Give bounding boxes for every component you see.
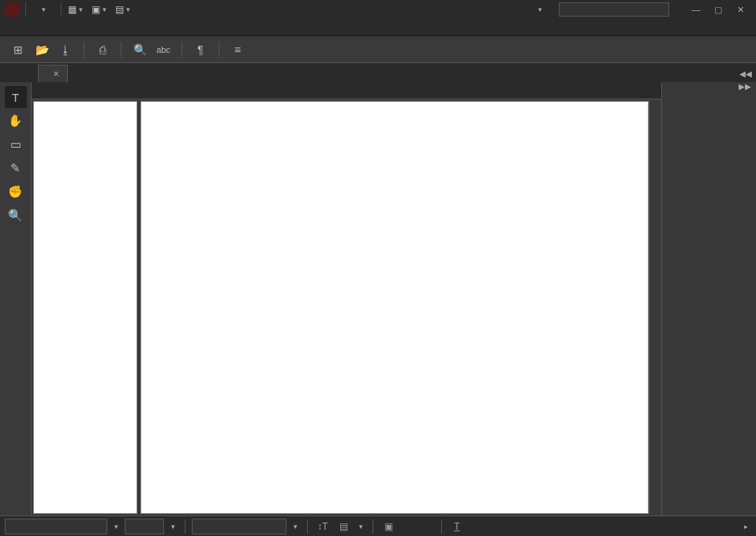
document-area [32, 99, 661, 515]
chevron-down-icon[interactable]: ▾ [290, 523, 301, 530]
toolbar: ⊞ 📂 ⭳ ⎙ 🔍 abc ¶ ≡ [0, 36, 756, 63]
eyedropper-tool-icon[interactable]: ✎ [5, 157, 27, 179]
zoom-level[interactable]: ▾ [32, 6, 54, 13]
chevron-down-icon: ▾ [538, 6, 546, 13]
font-family-field[interactable] [5, 519, 107, 534]
view-mode-1-icon[interactable]: ▦▾ [68, 2, 85, 17]
underline-icon[interactable]: T [448, 519, 466, 534]
app-logo [5, 2, 19, 17]
separator [219, 42, 219, 58]
main-area: T ✋ ▭ ✎ ✊ 🔍 ▶▶ [0, 82, 756, 515]
hand-tool-icon[interactable]: ✋ [5, 110, 27, 132]
separator [25, 2, 26, 17]
separator [182, 42, 182, 58]
separator [307, 519, 308, 534]
separator [372, 519, 373, 534]
view-tabs [32, 82, 661, 99]
separator [84, 42, 84, 58]
menu-icon[interactable]: ≡ [227, 39, 248, 60]
chevron-right-icon[interactable]: ▸ [740, 523, 751, 530]
chevron-down-icon[interactable]: ▾ [110, 523, 122, 530]
expand-panels-icon[interactable]: ◀◀ [739, 65, 756, 82]
close-tab-icon[interactable]: ✕ [53, 69, 59, 78]
maximize-button[interactable]: ▢ [707, 2, 729, 17]
right-panel: ▶▶ [661, 82, 756, 515]
chevron-down-icon[interactable]: ▾ [167, 523, 178, 530]
style-column [33, 101, 137, 514]
grab-tool-icon[interactable]: ✊ [5, 181, 27, 203]
tools-panel: T ✋ ▭ ✎ ✊ 🔍 [0, 82, 32, 515]
document-tabs: ✕ ◀◀ [0, 63, 756, 82]
leading-field[interactable] [192, 519, 286, 534]
center-panel [32, 82, 661, 515]
print-icon[interactable]: ⎙ [92, 39, 113, 60]
type-tool-icon[interactable]: T [5, 86, 27, 108]
search-input[interactable] [559, 2, 669, 17]
vertical-scale-icon[interactable]: ↕T [314, 519, 331, 534]
block-icon[interactable]: ▣ [380, 519, 397, 534]
content-column [140, 101, 649, 514]
pilcrow-icon[interactable]: ¶ [190, 39, 211, 60]
close-button[interactable]: ✕ [729, 2, 751, 17]
chevron-down-icon[interactable]: ▾ [355, 523, 366, 530]
align-icon[interactable]: ▤ [335, 519, 352, 534]
view-mode-3-icon[interactable]: ▤▾ [115, 2, 133, 17]
minimize-button[interactable]: — [685, 2, 707, 17]
document-tab[interactable]: ✕ [38, 65, 68, 82]
spellcheck-icon[interactable]: abc [153, 39, 174, 60]
view-mode-2-icon[interactable]: ▣▾ [92, 2, 109, 17]
separator [441, 519, 442, 534]
separator [185, 519, 185, 534]
vertical-scrollbar[interactable] [649, 101, 660, 514]
expand-right-panel-icon[interactable]: ▶▶ [662, 82, 756, 95]
search-icon[interactable]: 🔍 [129, 39, 150, 60]
titlebar: ▾ ▦▾ ▣▾ ▤▾ ▾ — ▢ ✕ [0, 0, 756, 19]
separator [61, 2, 62, 17]
open-icon[interactable]: 📂 [32, 39, 52, 60]
separator [121, 42, 122, 58]
menubar [0, 19, 756, 36]
statusbar: ▾ ▾ ▾ ↕T ▤ ▾ ▣ T ▸ [0, 515, 756, 536]
zoom-tool-icon[interactable]: 🔍 [5, 204, 27, 227]
save-icon[interactable]: ⭳ [55, 39, 76, 60]
workspace-switcher[interactable]: ▾ [535, 6, 546, 13]
font-size-field[interactable] [125, 519, 164, 534]
note-tool-icon[interactable]: ▭ [5, 133, 27, 156]
new-icon[interactable]: ⊞ [8, 39, 28, 60]
chevron-down-icon: ▾ [42, 6, 50, 13]
